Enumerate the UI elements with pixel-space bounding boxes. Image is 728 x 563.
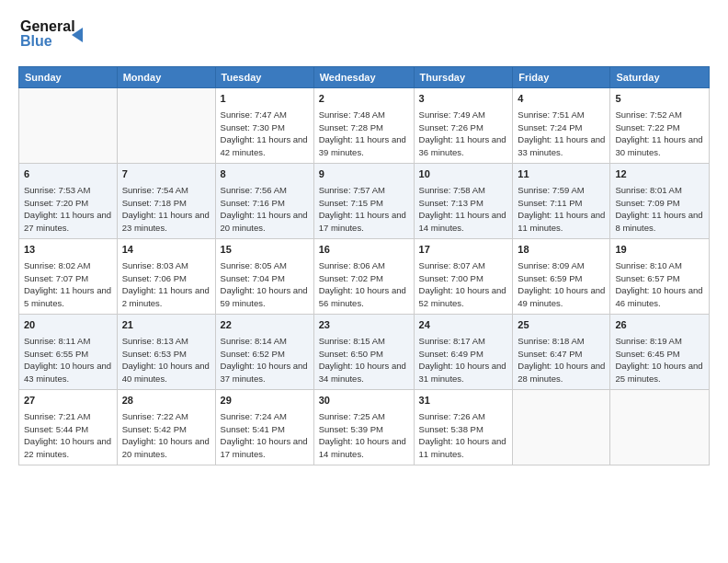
day-number: 7 — [122, 167, 210, 182]
day-header-wednesday: Wednesday — [313, 67, 414, 88]
header-row: SundayMondayTuesdayWednesdayThursdayFrid… — [19, 67, 710, 88]
calendar-cell: 20Sunrise: 8:11 AM Sunset: 6:55 PM Dayli… — [19, 315, 118, 390]
calendar-cell: 27Sunrise: 7:21 AM Sunset: 5:44 PM Dayli… — [19, 390, 118, 465]
calendar-cell: 30Sunrise: 7:25 AM Sunset: 5:39 PM Dayli… — [313, 390, 414, 465]
day-info: Sunrise: 7:47 AM Sunset: 7:30 PM Dayligh… — [221, 109, 309, 159]
week-row-3: 13Sunrise: 8:02 AM Sunset: 7:07 PM Dayli… — [19, 239, 710, 315]
calendar-cell: 4Sunrise: 7:51 AM Sunset: 7:24 PM Daylig… — [513, 88, 610, 164]
calendar-cell: 29Sunrise: 7:24 AM Sunset: 5:41 PM Dayli… — [215, 390, 313, 465]
day-number: 2 — [319, 92, 409, 107]
day-info: Sunrise: 7:21 AM Sunset: 5:44 PM Dayligh… — [24, 410, 112, 461]
day-info: Sunrise: 7:53 AM Sunset: 7:20 PM Dayligh… — [24, 184, 112, 235]
day-info: Sunrise: 7:51 AM Sunset: 7:24 PM Dayligh… — [518, 109, 605, 159]
day-number: 18 — [518, 243, 605, 258]
day-info: Sunrise: 7:25 AM Sunset: 5:39 PM Dayligh… — [319, 410, 409, 461]
calendar-cell: 7Sunrise: 7:54 AM Sunset: 7:18 PM Daylig… — [117, 164, 215, 239]
day-header-thursday: Thursday — [414, 67, 513, 88]
day-number: 29 — [221, 394, 309, 408]
day-info: Sunrise: 8:10 AM Sunset: 6:57 PM Dayligh… — [615, 259, 704, 310]
day-number: 25 — [518, 318, 605, 333]
day-number: 31 — [419, 394, 508, 408]
day-number: 11 — [518, 167, 605, 182]
day-info: Sunrise: 8:13 AM Sunset: 6:53 PM Dayligh… — [122, 335, 210, 385]
day-number: 4 — [518, 92, 605, 107]
day-info: Sunrise: 8:06 AM Sunset: 7:02 PM Dayligh… — [319, 259, 409, 310]
week-row-4: 20Sunrise: 8:11 AM Sunset: 6:55 PM Dayli… — [19, 315, 710, 390]
day-number: 19 — [615, 243, 704, 258]
day-info: Sunrise: 8:18 AM Sunset: 6:47 PM Dayligh… — [518, 335, 605, 385]
day-number: 12 — [615, 167, 704, 182]
calendar-cell: 25Sunrise: 8:18 AM Sunset: 6:47 PM Dayli… — [513, 315, 610, 390]
day-info: Sunrise: 8:11 AM Sunset: 6:55 PM Dayligh… — [24, 335, 112, 385]
day-number: 20 — [24, 318, 112, 333]
day-info: Sunrise: 7:24 AM Sunset: 5:41 PM Dayligh… — [221, 410, 309, 461]
day-info: Sunrise: 7:22 AM Sunset: 5:42 PM Dayligh… — [122, 410, 210, 461]
calendar-cell: 8Sunrise: 7:56 AM Sunset: 7:16 PM Daylig… — [215, 164, 313, 239]
calendar-page: General Blue SundayMondayTuesdayWednesda… — [0, 0, 728, 563]
calendar-cell — [19, 88, 118, 164]
calendar-cell — [513, 390, 610, 465]
day-info: Sunrise: 8:17 AM Sunset: 6:49 PM Dayligh… — [419, 335, 508, 385]
calendar-cell: 21Sunrise: 8:13 AM Sunset: 6:53 PM Dayli… — [117, 315, 215, 390]
day-number: 9 — [319, 167, 409, 182]
day-info: Sunrise: 8:02 AM Sunset: 7:07 PM Dayligh… — [24, 259, 112, 310]
day-info: Sunrise: 8:01 AM Sunset: 7:09 PM Dayligh… — [615, 184, 704, 235]
calendar-cell — [117, 88, 215, 164]
svg-text:Blue: Blue — [20, 33, 52, 49]
calendar-cell: 1Sunrise: 7:47 AM Sunset: 7:30 PM Daylig… — [215, 88, 313, 164]
logo: General Blue — [18, 15, 101, 57]
calendar-cell: 16Sunrise: 8:06 AM Sunset: 7:02 PM Dayli… — [313, 239, 414, 315]
day-header-tuesday: Tuesday — [215, 67, 313, 88]
calendar-cell — [610, 390, 710, 465]
day-info: Sunrise: 7:52 AM Sunset: 7:22 PM Dayligh… — [615, 109, 704, 159]
calendar-cell: 3Sunrise: 7:49 AM Sunset: 7:26 PM Daylig… — [414, 88, 513, 164]
day-info: Sunrise: 7:54 AM Sunset: 7:18 PM Dayligh… — [122, 184, 210, 235]
calendar-cell: 24Sunrise: 8:17 AM Sunset: 6:49 PM Dayli… — [414, 315, 513, 390]
day-number: 8 — [221, 167, 309, 182]
day-number: 1 — [221, 92, 309, 107]
calendar-cell: 18Sunrise: 8:09 AM Sunset: 6:59 PM Dayli… — [513, 239, 610, 315]
calendar-cell: 22Sunrise: 8:14 AM Sunset: 6:52 PM Dayli… — [215, 315, 313, 390]
day-number: 3 — [419, 92, 508, 107]
calendar-cell: 23Sunrise: 8:15 AM Sunset: 6:50 PM Dayli… — [313, 315, 414, 390]
calendar-cell: 17Sunrise: 8:07 AM Sunset: 7:00 PM Dayli… — [414, 239, 513, 315]
calendar-cell: 12Sunrise: 8:01 AM Sunset: 7:09 PM Dayli… — [610, 164, 710, 239]
day-number: 22 — [221, 318, 309, 333]
logo-svg: General Blue — [18, 15, 101, 53]
day-info: Sunrise: 8:14 AM Sunset: 6:52 PM Dayligh… — [221, 335, 309, 385]
calendar-cell: 26Sunrise: 8:19 AM Sunset: 6:45 PM Dayli… — [610, 315, 710, 390]
day-info: Sunrise: 7:59 AM Sunset: 7:11 PM Dayligh… — [518, 184, 605, 235]
day-number: 27 — [24, 394, 112, 408]
calendar-cell: 2Sunrise: 7:48 AM Sunset: 7:28 PM Daylig… — [313, 88, 414, 164]
calendar-cell: 19Sunrise: 8:10 AM Sunset: 6:57 PM Dayli… — [610, 239, 710, 315]
calendar-table: SundayMondayTuesdayWednesdayThursdayFrid… — [18, 66, 710, 465]
day-number: 14 — [122, 243, 210, 258]
day-header-sunday: Sunday — [19, 67, 118, 88]
day-info: Sunrise: 7:56 AM Sunset: 7:16 PM Dayligh… — [221, 184, 309, 235]
header: General Blue — [18, 15, 710, 57]
calendar-cell: 9Sunrise: 7:57 AM Sunset: 7:15 PM Daylig… — [313, 164, 414, 239]
day-info: Sunrise: 7:49 AM Sunset: 7:26 PM Dayligh… — [419, 109, 508, 159]
calendar-cell: 31Sunrise: 7:26 AM Sunset: 5:38 PM Dayli… — [414, 390, 513, 465]
day-number: 30 — [319, 394, 409, 408]
day-info: Sunrise: 8:05 AM Sunset: 7:04 PM Dayligh… — [221, 259, 309, 310]
day-number: 13 — [24, 243, 112, 258]
day-info: Sunrise: 7:48 AM Sunset: 7:28 PM Dayligh… — [319, 109, 409, 159]
calendar-cell: 14Sunrise: 8:03 AM Sunset: 7:06 PM Dayli… — [117, 239, 215, 315]
week-row-2: 6Sunrise: 7:53 AM Sunset: 7:20 PM Daylig… — [19, 164, 710, 239]
calendar-cell: 15Sunrise: 8:05 AM Sunset: 7:04 PM Dayli… — [215, 239, 313, 315]
day-info: Sunrise: 7:58 AM Sunset: 7:13 PM Dayligh… — [419, 184, 508, 235]
day-info: Sunrise: 8:03 AM Sunset: 7:06 PM Dayligh… — [122, 259, 210, 310]
day-number: 5 — [615, 92, 704, 107]
week-row-5: 27Sunrise: 7:21 AM Sunset: 5:44 PM Dayli… — [19, 390, 710, 465]
calendar-cell: 11Sunrise: 7:59 AM Sunset: 7:11 PM Dayli… — [513, 164, 610, 239]
day-number: 6 — [24, 167, 112, 182]
calendar-cell: 28Sunrise: 7:22 AM Sunset: 5:42 PM Dayli… — [117, 390, 215, 465]
day-info: Sunrise: 7:57 AM Sunset: 7:15 PM Dayligh… — [319, 184, 409, 235]
day-info: Sunrise: 8:07 AM Sunset: 7:00 PM Dayligh… — [419, 259, 508, 310]
day-info: Sunrise: 8:09 AM Sunset: 6:59 PM Dayligh… — [518, 259, 605, 310]
week-row-1: 1Sunrise: 7:47 AM Sunset: 7:30 PM Daylig… — [19, 88, 710, 164]
day-header-friday: Friday — [513, 67, 610, 88]
day-number: 28 — [122, 394, 210, 408]
calendar-cell: 5Sunrise: 7:52 AM Sunset: 7:22 PM Daylig… — [610, 88, 710, 164]
